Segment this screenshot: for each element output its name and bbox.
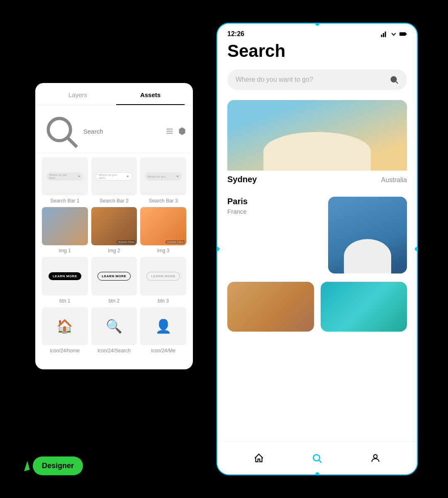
svg-line-22 xyxy=(319,460,321,462)
selfie-image[interactable] xyxy=(227,282,314,332)
thumb-btn1: LEARN MORE xyxy=(42,257,88,295)
thumb-icon-search: 🔍 xyxy=(91,307,137,345)
svg-line-7 xyxy=(80,177,80,178)
search-placeholder: Where do you want to go? xyxy=(236,76,385,83)
city-name: Paris xyxy=(227,197,321,206)
city-name: Sydney xyxy=(227,175,257,184)
list-item[interactable]: 👤 icon/24/Me xyxy=(140,307,186,354)
battery-icon xyxy=(399,30,407,38)
list-item[interactable]: Where do you want... Search Bar 2 xyxy=(91,157,137,204)
home-icon: 🏠 xyxy=(56,318,73,334)
asset-label: img 1 xyxy=(59,248,71,254)
svg-line-20 xyxy=(396,81,398,83)
handle-bottom-right[interactable] xyxy=(415,472,418,475)
asset-row-buttons: LEARN MORE btn 1 LEARN MORE btn 2 LEARN … xyxy=(42,257,186,303)
svg-rect-13 xyxy=(383,33,384,37)
svg-line-11 xyxy=(178,177,179,178)
svg-line-9 xyxy=(128,177,129,178)
profile-icon xyxy=(370,453,381,464)
assets-grid: Where do you want... Search Bar 1 Where … xyxy=(35,153,193,361)
paris-image xyxy=(328,197,407,273)
sydney-info: Sydney Australia xyxy=(227,171,407,188)
hexagon-icon[interactable] xyxy=(178,127,186,135)
list-item[interactable]: LEARN MORE btn 3 xyxy=(140,257,186,303)
handle-top-right[interactable] xyxy=(415,23,418,26)
search-icon xyxy=(390,75,399,84)
asset-row-images: img 1 Urumchi China img 2 Urumchi China … xyxy=(42,207,186,254)
asset-label: icon/24/Me xyxy=(151,348,175,354)
svg-point-21 xyxy=(314,454,320,461)
img-placeholder xyxy=(140,207,186,245)
thumb-img3: Urumchi China xyxy=(140,207,186,245)
search-active-icon xyxy=(312,453,322,464)
cursor-icon xyxy=(22,461,29,471)
nav-profile[interactable] xyxy=(369,452,382,464)
thumb-img1 xyxy=(42,207,88,245)
country-name: Australia xyxy=(381,176,407,184)
asset-row-searchbars: Where do you want... Search Bar 1 Where … xyxy=(42,157,186,204)
phone-search-bar[interactable]: Where do you want to go? xyxy=(227,69,407,90)
handle-middle-right[interactable] xyxy=(415,247,418,251)
role-badge: Designer xyxy=(33,456,83,475)
svg-point-0 xyxy=(48,118,71,141)
home-icon xyxy=(253,453,264,464)
aerial-image[interactable] xyxy=(321,282,407,332)
thumb-searchbar1: Where do you want... xyxy=(42,157,88,195)
asset-label: Search Bar 2 xyxy=(100,198,129,204)
svg-line-1 xyxy=(68,138,77,147)
signal-icon xyxy=(380,30,388,38)
sydney-image xyxy=(227,100,407,171)
nav-home[interactable] xyxy=(253,452,265,464)
person-icon: 👤 xyxy=(155,318,172,334)
list-icon[interactable] xyxy=(166,127,174,135)
asset-label: icon/24/home xyxy=(50,348,80,354)
asset-label: img 2 xyxy=(108,248,120,254)
asset-label: btn 3 xyxy=(158,298,169,304)
search-icon: 🔍 xyxy=(106,318,122,334)
svg-rect-14 xyxy=(385,32,386,37)
list-item[interactable]: 🏠 icon/24/home xyxy=(42,307,88,354)
list-item[interactable]: img 1 xyxy=(42,207,88,254)
thumb-img2: Urumchi China xyxy=(91,207,137,245)
list-item[interactable]: LEARN MORE btn 1 xyxy=(42,257,88,303)
search-input[interactable] xyxy=(83,128,162,135)
thumb-btn3: LEARN MORE xyxy=(140,257,186,295)
asset-row-icons: 🏠 icon/24/home 🔍 icon/24/Search 👤 icon/2… xyxy=(42,307,186,354)
asset-label: img 3 xyxy=(157,248,169,254)
left-panel: Layers Assets Where do you want xyxy=(35,83,193,369)
thumb-searchbar2: Where do you want... xyxy=(91,157,137,195)
thumb-btn2: LEARN MORE xyxy=(91,257,137,295)
assets-search-bar[interactable] xyxy=(35,110,193,153)
phone-content: Search Where do you want to go? Sydney A… xyxy=(217,41,417,442)
asset-label: btn 1 xyxy=(59,298,71,304)
svg-rect-17 xyxy=(399,32,406,36)
tab-assets[interactable]: Assets xyxy=(116,91,185,105)
list-item[interactable]: LEARN MORE btn 2 xyxy=(91,257,137,303)
designer-badge[interactable]: Designer xyxy=(23,456,83,475)
mobile-preview: 12:26 Search Where do you want to xyxy=(217,23,418,475)
svg-rect-18 xyxy=(406,33,407,35)
list-item[interactable]: Where do you want... Search Bar 1 xyxy=(42,157,88,204)
handle-top-left[interactable] xyxy=(217,23,219,26)
list-item[interactable]: Urumchi China img 3 xyxy=(140,207,186,254)
thumb-icon-home: 🏠 xyxy=(42,307,88,345)
tab-layers[interactable]: Layers xyxy=(44,91,112,105)
asset-label: Search Bar 1 xyxy=(50,198,79,204)
list-item[interactable]: Urumchi China img 2 xyxy=(91,207,137,254)
list-item[interactable]: Where do you... Search Bar 3 xyxy=(140,157,186,204)
list-item[interactable]: 🔍 icon/24/Search xyxy=(91,307,137,354)
img-placeholder xyxy=(91,207,137,245)
country-name: France xyxy=(227,208,321,215)
bottom-images-row xyxy=(227,282,407,332)
nav-search[interactable] xyxy=(311,452,323,464)
destination-card-sydney[interactable]: Sydney Australia xyxy=(227,100,407,188)
search-icon xyxy=(42,112,80,150)
handle-bottom-left[interactable] xyxy=(217,472,219,475)
paris-info: Paris France xyxy=(227,197,321,217)
status-bar: 12:26 xyxy=(217,24,417,41)
handle-bottom-center[interactable] xyxy=(315,472,319,475)
tab-bar: Layers Assets xyxy=(35,83,193,105)
svg-point-19 xyxy=(391,77,397,82)
destination-card-paris[interactable]: Paris France xyxy=(227,197,407,273)
wifi-icon xyxy=(390,30,397,38)
